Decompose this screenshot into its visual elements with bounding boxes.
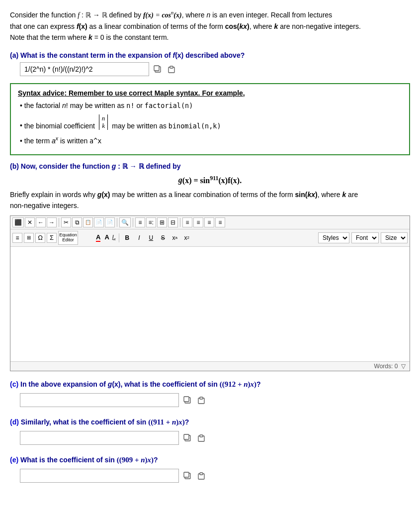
toolbar-row2-right: A A Ix B I U S xa x2 [95,233,192,243]
fx-formula: f(x) = cosn(x) [143,11,182,19]
toolbar-paste-btn1[interactable]: 📋 [83,217,93,227]
editor-toolbar-row2: ≡ ⊞ Ω Σ EquationEditor A A Ix B [10,229,410,247]
toolbar-strikethrough-btn[interactable]: S [158,233,168,243]
part-c-answer-row [20,393,410,407]
font-color-a2: A [104,233,109,241]
toolbar-cut-btn[interactable]: ✂ [61,217,71,227]
tb-sep1 [59,218,59,227]
toolbar-right-btn[interactable]: → [47,217,57,227]
part-a-icon2[interactable] [166,64,177,75]
toolbar-superscript-btn[interactable]: x2 [182,233,192,243]
part-d-label: (d) Similarly, what is the coefficient o… [10,416,410,428]
syntax-advice-box: Syntax advice: Remember to use correct M… [10,83,410,156]
syntax-title: Syntax advice: Remember to use correct M… [18,89,402,97]
size-dropdown[interactable]: Size [381,232,408,243]
part-a-answer-row [20,62,410,76]
toolbar-list3-btn[interactable]: ⊞ [157,217,167,227]
tb-sep4 [180,218,180,227]
part-d-letter: (d) [10,418,19,426]
toolbar-subscript-btn[interactable]: xa [170,233,180,243]
toolbar-list1-btn[interactable]: ≡ [135,217,145,227]
syntax-item-factorial: the factorial n! may be written as n! or… [20,100,402,112]
part-b-text: Now, consider the function g : ℝ → ℝ def… [21,162,181,170]
font-color-a: A [96,233,100,241]
part-a-icon1[interactable] [152,64,163,75]
part-a-label: (a) What is the constant term in the exp… [10,51,410,59]
part-a-text: What is the constant term in the expansi… [20,51,245,59]
part-d-input[interactable] [20,431,179,445]
part-a-letter: (a) [10,51,18,59]
part-e-text: What is the coefficient of sin ((909 + n… [20,456,158,464]
part-c-input[interactable] [20,393,179,407]
svg-rect-7 [200,397,203,399]
part-c-text: In the above expansion of g(x), what is … [20,380,261,388]
toolbar-align3-btn[interactable]: ≡ [204,217,214,227]
svg-rect-3 [170,66,173,68]
styles-dropdown[interactable]: Styles [318,232,349,243]
f-symbol: f [78,11,80,19]
toolbar-bold-btn[interactable]: B [122,233,132,243]
part-a-input[interactable] [20,62,149,76]
part-b-letter: (b) [10,162,19,170]
toolbar-dropdowns: Styles Font Size [318,232,408,243]
svg-rect-11 [200,435,203,437]
toolbar-omega-btn[interactable]: Ω [35,233,45,243]
editor-toolbar-row1: ⬛ ✕ ← → ✂ ⧉ 📋 📄 📄 🔍 ≡ ≡: ⊞ ⊟ ≡ ≡ ≡ ≡ [10,216,410,229]
toolbar-align4-btn[interactable]: ≡ [215,217,225,227]
toolbar-row2-left: ≡ ⊞ Ω Σ EquationEditor [12,231,78,245]
toolbar-copy-btn[interactable]: ⧉ [72,217,82,227]
toolbar-left-btn[interactable]: ← [36,217,46,227]
part-e-input[interactable] [20,469,179,483]
part-c: (c) In the above expansion of g(x), what… [10,378,410,407]
part-b-label: (b) Now, consider the function g : ℝ → ℝ… [10,162,410,170]
part-e-answer-row [20,469,410,483]
part-c-label: (c) In the above expansion of g(x), what… [10,378,410,390]
intro-paragraph: Consider the function f : ℝ → ℝ defined … [10,9,410,43]
equation-editor-label[interactable]: EquationEditor [58,231,78,245]
svg-rect-5 [184,397,189,402]
word-count: Words: 0 [374,363,398,370]
toolbar-history-btn[interactable]: ✕ [25,217,35,227]
part-b-equation: g(x) = sin911(x)f(x). [10,174,410,185]
editor-content-area[interactable] [10,247,410,361]
part-c-icon2[interactable] [196,395,207,406]
part-e: (e) What is the coefficient of sin ((909… [10,454,410,483]
font-dropdown[interactable]: Font [351,232,379,243]
syntax-list: the factorial n! may be written as n! or… [18,100,402,147]
toolbar-align1-btn[interactable]: ≡ [182,217,192,227]
part-d-icon1[interactable] [182,432,193,443]
toolbar-list4-btn[interactable]: ⊟ [168,217,178,227]
text-editor: ⬛ ✕ ← → ✂ ⧉ 📋 📄 📄 🔍 ≡ ≡: ⊞ ⊟ ≡ ≡ ≡ ≡ [10,215,410,371]
toolbar-undo-btn[interactable]: ⬛ [12,217,24,227]
svg-rect-15 [200,473,203,475]
toolbar-font-color2-btn[interactable]: A [103,233,110,242]
toolbar-search-btn[interactable]: 🔍 [119,217,131,227]
toolbar-align2-btn[interactable]: ≡ [193,217,203,227]
toolbar-sigma-btn[interactable]: Σ [47,233,57,243]
toolbar-list2-btn[interactable]: ≡: [146,217,156,227]
toolbar-list-view-btn[interactable]: ≡ [12,233,22,243]
part-e-icon2[interactable] [196,470,207,481]
toolbar-font-color-btn[interactable]: A [95,233,101,242]
tb-sep5 [119,233,119,242]
part-d-text: Similarly, what is the coefficient of si… [21,418,189,426]
toolbar-paste-btn2[interactable]: 📄 [94,217,104,227]
part-e-icon1[interactable] [182,470,193,481]
toolbar-grid-btn[interactable]: ⊞ [24,233,34,243]
part-c-icon1[interactable] [182,395,193,406]
syntax-subtitle: : Remember to use correct Maple syntax. … [64,89,245,97]
svg-rect-9 [184,434,189,439]
toolbar-italic-x-btn[interactable]: Ix [112,234,116,241]
equation-editor-btn[interactable]: EquationEditor [58,231,78,245]
syntax-item-power: the term ax is written a^x [20,134,402,147]
toolbar-italic-btn[interactable]: I [134,233,144,243]
part-c-letter: (c) [10,380,18,388]
tb-sep3 [133,218,133,227]
toolbar-paste-btn3[interactable]: 📄 [105,217,115,227]
part-b: (b) Now, consider the function g : ℝ → ℝ… [10,162,410,371]
part-d-icon2[interactable] [196,432,207,443]
part-a: (a) What is the constant term in the exp… [10,51,410,76]
toolbar-underline-btn[interactable]: U [146,233,156,243]
part-e-label: (e) What is the coefficient of sin ((909… [10,454,410,466]
svg-rect-13 [184,472,189,477]
